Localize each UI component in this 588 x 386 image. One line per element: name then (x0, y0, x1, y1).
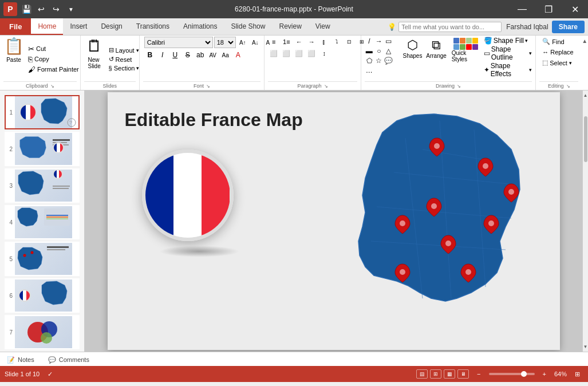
zoom-out-button[interactable]: − (473, 369, 484, 379)
align-right-button[interactable]: ⬜ (293, 48, 305, 58)
clipboard-label: Clipboard ↘ (3, 81, 77, 90)
shape-pentagon-icon[interactable]: ⬠ (365, 56, 374, 65)
shape-triangle-icon[interactable]: △ (384, 46, 393, 56)
tab-slideshow[interactable]: Slide Show (224, 18, 272, 35)
save-button[interactable]: 💾 (19, 2, 33, 16)
align-left-button[interactable]: ⬜ (268, 48, 279, 58)
zoom-slider[interactable] (489, 373, 535, 375)
minimize-button[interactable]: — (509, 0, 535, 18)
tab-design[interactable]: Design (94, 18, 129, 35)
columns-button[interactable]: ⫿ (318, 37, 330, 47)
undo-button[interactable]: ↩ (34, 2, 48, 16)
format-painter-button[interactable]: 🖌 Format Painter (26, 65, 81, 74)
presenter-view-button[interactable]: 🖥 (457, 369, 469, 379)
customize-quick-access-button[interactable]: ▼ (64, 2, 78, 16)
shape-arrow-icon[interactable]: → (374, 37, 384, 46)
copy-button[interactable]: ⎘ Copy (26, 54, 81, 64)
replace-button[interactable]: ↔ Replace (539, 48, 576, 57)
scroll-thumb[interactable] (584, 116, 587, 162)
section-button[interactable]: § Section ▾ (106, 64, 142, 72)
shape-rect-icon[interactable]: ▭ (384, 37, 393, 46)
drawing-expand-icon[interactable]: ↘ (457, 84, 461, 89)
tab-home[interactable]: Home (31, 18, 63, 35)
clipboard-expand-icon[interactable]: ↘ (50, 84, 54, 89)
italic-button[interactable]: I (157, 49, 168, 61)
slide-7-thumb[interactable]: 7 (5, 315, 80, 349)
slide-4-thumb[interactable]: 4 (5, 205, 80, 239)
text-direction-button[interactable]: ⤵ (331, 37, 342, 47)
redo-button[interactable]: ↪ (49, 2, 63, 16)
layout-button[interactable]: ⊟ Layout ▾ (106, 46, 142, 54)
shape-outline-arrow[interactable]: ▾ (529, 50, 532, 56)
shape-effects-arrow[interactable]: ▾ (529, 67, 532, 73)
notes-tab[interactable]: 📝 Notes (0, 352, 41, 366)
font-color-button[interactable]: A (232, 49, 244, 61)
tab-transitions[interactable]: Transitions (129, 18, 176, 35)
paste-button[interactable]: 📋 Paste (3, 37, 24, 64)
select-button[interactable]: ⬚ Select ▾ (539, 58, 576, 68)
strikethrough-button[interactable]: S (182, 49, 194, 61)
shape-star-icon[interactable]: ☆ (374, 56, 384, 65)
tab-insert[interactable]: Insert (63, 18, 94, 35)
ribbon-collapse-button[interactable]: ▲ (582, 36, 588, 90)
restore-button[interactable]: ❐ (535, 0, 562, 18)
shape-line-icon[interactable]: / (365, 37, 374, 46)
slide-1-feedback[interactable]: ? (67, 118, 76, 127)
slide-5-thumb[interactable]: 5 (5, 242, 80, 276)
reset-button[interactable]: ↺ Reset (106, 55, 142, 64)
quick-styles-button[interactable]: Quick Styles (449, 37, 482, 64)
comments-tab[interactable]: 💬 Comments (41, 352, 96, 366)
close-button[interactable]: ✕ (562, 0, 588, 18)
slide-3-thumb[interactable]: 3 (5, 168, 80, 203)
cut-label: Cut (36, 45, 46, 52)
normal-view-button[interactable]: ▤ (416, 369, 428, 379)
arrange-button[interactable]: ⧉ Arrange (425, 37, 447, 60)
tab-review[interactable]: Review (272, 18, 308, 35)
cut-button[interactable]: ✂ Cut (26, 44, 81, 54)
slide-6-thumb[interactable]: 6 (5, 278, 80, 313)
slide-sorter-button[interactable]: ⊞ (430, 369, 441, 379)
increase-indent-button[interactable]: → (306, 37, 317, 47)
align-text-button[interactable]: ⊡ (344, 37, 355, 47)
font-size-select[interactable]: 18 (214, 37, 236, 48)
shape-fill-arrow[interactable]: ▾ (525, 38, 528, 44)
font-expand-icon[interactable]: ↘ (206, 84, 210, 89)
paragraph-expand-icon[interactable]: ↘ (324, 84, 328, 89)
reading-view-button[interactable]: ▦ (444, 369, 455, 379)
shapes-button[interactable]: ⬡ Shapes (402, 37, 424, 60)
shape-rect2-icon[interactable]: ▬ (365, 46, 374, 56)
bold-button[interactable]: B (144, 49, 156, 61)
decrease-font-button[interactable]: A↓ (250, 37, 261, 48)
change-case-button[interactable]: Aa (220, 49, 231, 61)
tell-me-input[interactable] (398, 22, 502, 32)
fit-slide-button[interactable]: ⊞ (571, 369, 583, 379)
find-button[interactable]: 🔍 Find (539, 37, 576, 46)
tab-file[interactable]: File (0, 18, 31, 35)
tab-animations[interactable]: Animations (176, 18, 224, 35)
shape-more-icon[interactable]: … (365, 66, 374, 75)
char-spacing-button[interactable]: AV (207, 49, 219, 61)
text-shadow-button[interactable]: ab (195, 49, 206, 61)
new-slide-button[interactable]: 🗒 NewSlide (84, 37, 105, 70)
zoom-in-button[interactable]: + (539, 369, 550, 379)
shape-circle-icon[interactable]: ○ (374, 46, 384, 56)
slide-1-thumb[interactable]: 1 ? (5, 95, 80, 129)
share-button[interactable]: Share (552, 21, 585, 33)
center-button[interactable]: ⬜ (281, 48, 292, 58)
bullets-button[interactable]: ≡ (268, 37, 279, 47)
scroll-down-button[interactable]: ▼ (582, 343, 588, 350)
shape-callout-icon[interactable]: 💬 (384, 56, 393, 65)
tab-view[interactable]: View (309, 18, 337, 35)
line-spacing-button[interactable]: ↕ (318, 48, 330, 58)
cut-icon: ✂ (28, 45, 34, 53)
justify-button[interactable]: ⬜ (306, 48, 317, 58)
slide-2-thumb[interactable]: 2 (5, 132, 80, 166)
font-name-select[interactable]: Calibri (144, 37, 213, 48)
scroll-up-button[interactable]: ▲ (582, 92, 588, 99)
increase-font-button[interactable]: A↑ (237, 37, 248, 48)
underline-button[interactable]: U (169, 49, 181, 61)
decrease-indent-button[interactable]: ← (293, 37, 305, 47)
canvas-area[interactable]: Editable France Map (85, 90, 582, 352)
numbering-button[interactable]: 1≡ (281, 37, 292, 47)
accessibility-button[interactable]: ✓ (44, 369, 56, 379)
